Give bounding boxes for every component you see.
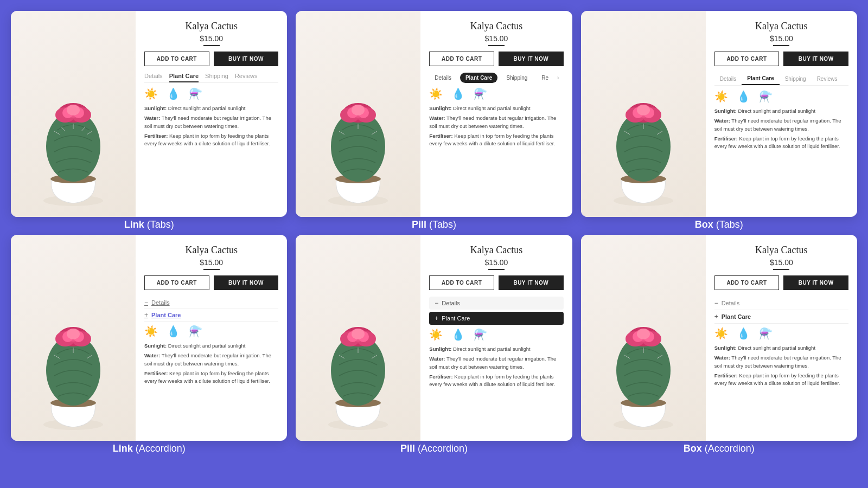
acc-plantcare-4[interactable]: + Plant Care — [144, 309, 278, 322]
tab-shipping-2[interactable]: Shipping — [501, 73, 533, 83]
add-to-cart-button-3[interactable]: ADD TO CART — [714, 52, 780, 66]
card-content-1: Kalya Cactus $15.00 ADD TO CART BUY IT N… — [136, 11, 287, 217]
tab-details-1[interactable]: Details — [144, 73, 163, 82]
icons-row-3: ☀️ 💧 ⚗️ — [714, 90, 848, 103]
icons-row-6: ☀️ 💧 ⚗️ — [714, 327, 848, 340]
tab-reviews-3[interactable]: Reviews — [812, 73, 843, 85]
button-row-2: ADD TO CART BUY IT NOW — [429, 52, 563, 66]
card-pill-tabs: Kalya Cactus $15.00 ADD TO CART BUY IT N… — [296, 11, 572, 217]
card-content-4: Kalya Cactus $15.00 ADD TO CART BUY IT N… — [136, 235, 287, 441]
product-price-6: $15.00 — [714, 258, 848, 267]
buy-now-button-5[interactable]: BUY IT NOW — [499, 275, 564, 290]
flask-icon-1: ⚗️ — [189, 87, 202, 100]
fertiliser-text-5: Fertiliser: Keep plant in top form by fe… — [429, 373, 563, 389]
water-text-5: Water: They'll need moderate but regular… — [429, 355, 563, 371]
acc-details-6[interactable]: − Details — [714, 297, 848, 310]
product-price-2: $15.00 — [429, 34, 563, 43]
label-pill-accordion: Pill (Accordion) — [296, 443, 572, 454]
buy-now-button-4[interactable]: BUY IT NOW — [214, 275, 279, 290]
product-image-5 — [296, 235, 420, 441]
acc-plus-icon-6: + — [714, 313, 718, 320]
sunlight-text-6: Sunlight: Direct sunlight and partial su… — [714, 344, 848, 352]
product-price-4: $15.00 — [144, 258, 278, 267]
buy-now-button-2[interactable]: BUY IT NOW — [499, 52, 564, 66]
tabs-more-2[interactable]: › — [557, 75, 559, 81]
buy-now-button-6[interactable]: BUY IT NOW — [783, 275, 848, 290]
card-link-accordion: Kalya Cactus $15.00 ADD TO CART BUY IT N… — [11, 235, 287, 441]
product-title-1: Kalya Cactus — [144, 21, 278, 32]
flask-icon-4: ⚗️ — [189, 325, 202, 338]
tab-plantcare-3[interactable]: Plant Care — [742, 73, 779, 85]
product-image-6 — [581, 235, 706, 441]
card-pill-accordion: Kalya Cactus $15.00 ADD TO CART BUY IT N… — [296, 235, 572, 441]
card-box-tabs: Kalya Cactus $15.00 ADD TO CART BUY IT N… — [581, 11, 857, 217]
product-image-3 — [581, 11, 706, 217]
tabs-pill-2: Details Plant Care Shipping Re › — [429, 73, 563, 83]
buy-now-button-1[interactable]: BUY IT NOW — [214, 52, 279, 66]
label-link-tabs: Link (Tabs) — [11, 219, 287, 230]
accordion-pill-5: − Details + Plant Care — [429, 297, 563, 325]
button-row-5: ADD TO CART BUY IT NOW — [429, 275, 563, 290]
add-to-cart-button-2[interactable]: ADD TO CART — [429, 52, 494, 66]
price-divider-4 — [203, 269, 220, 270]
sunlight-text-2: Sunlight: Direct sunlight and partial su… — [429, 105, 563, 112]
button-row-3: ADD TO CART BUY IT NOW — [714, 52, 848, 66]
acc-details-label-6: Details — [722, 300, 740, 306]
accordion-link-4: − Details + Plant Care — [144, 297, 278, 322]
acc-details-4[interactable]: − Details — [144, 297, 278, 309]
price-divider-6 — [773, 269, 789, 270]
sunlight-text-3: Sunlight: Direct sunlight and partial su… — [714, 107, 848, 115]
product-title-6: Kalya Cactus — [714, 245, 848, 256]
tab-shipping-3[interactable]: Shipping — [780, 73, 812, 85]
sun-icon-6: ☀️ — [714, 327, 728, 340]
card-content-5: Kalya Cactus $15.00 ADD TO CART BUY IT N… — [420, 235, 572, 441]
water-icon-5: 💧 — [451, 328, 465, 341]
add-to-cart-button-4[interactable]: ADD TO CART — [144, 275, 209, 290]
label-pill-tabs: Pill (Tabs) — [296, 219, 572, 230]
tab-reviews-1[interactable]: Reviews — [235, 73, 258, 82]
cactus-svg-1 — [24, 54, 122, 217]
tab-reviews-2[interactable]: Re — [536, 73, 554, 83]
product-image-1 — [11, 11, 136, 217]
sun-icon-3: ☀️ — [714, 90, 728, 103]
tab-details-2[interactable]: Details — [429, 73, 457, 83]
price-divider-5 — [488, 269, 505, 270]
cactus-svg-6 — [595, 278, 692, 441]
product-title-5: Kalya Cactus — [429, 245, 563, 256]
acc-details-5[interactable]: − Details — [429, 297, 563, 310]
card-link-tabs: Kalya Cactus $15.00 ADD TO CART BUY IT N… — [11, 11, 287, 217]
tab-shipping-1[interactable]: Shipping — [205, 73, 228, 82]
water-text-6: Water: They'll need moderate but regular… — [714, 354, 848, 370]
svg-point-40 — [637, 105, 650, 115]
acc-plantcare-label-4: Plant Care — [151, 312, 181, 318]
buy-now-button-3[interactable]: BUY IT NOW — [783, 52, 848, 66]
tab-details-3[interactable]: Details — [714, 73, 742, 85]
add-to-cart-button-5[interactable]: ADD TO CART — [429, 275, 494, 290]
tab-plantcare-2[interactable]: Plant Care — [460, 73, 497, 83]
top-label-row: Link (Tabs) Pill (Tabs) Box (Tabs) — [11, 217, 857, 235]
water-text-4: Water: They'll need moderate but regular… — [144, 352, 278, 368]
water-icon-4: 💧 — [167, 325, 180, 338]
sun-icon-1: ☀️ — [144, 87, 158, 100]
add-to-cart-button-1[interactable]: ADD TO CART — [144, 52, 209, 66]
acc-plantcare-label-5: Plant Care — [442, 315, 470, 322]
acc-details-label-4: Details — [151, 299, 170, 306]
acc-minus-icon-5: − — [435, 299, 438, 307]
icons-row-1: ☀️ 💧 ⚗️ — [144, 87, 278, 100]
card-content-6: Kalya Cactus $15.00 ADD TO CART BUY IT N… — [706, 235, 857, 441]
add-to-cart-button-6[interactable]: ADD TO CART — [714, 275, 780, 290]
acc-plantcare-6[interactable]: + Plant Care — [714, 310, 848, 324]
card-content-2: Kalya Cactus $15.00 ADD TO CART BUY IT N… — [420, 11, 572, 217]
button-row-4: ADD TO CART BUY IT NOW — [144, 275, 278, 290]
acc-plantcare-5[interactable]: + Plant Care — [429, 312, 563, 325]
water-icon-6: 💧 — [737, 327, 750, 340]
tab-plantcare-1[interactable]: Plant Care — [169, 73, 199, 82]
accordion-box-6: − Details + Plant Care — [714, 297, 848, 324]
card-content-3: Kalya Cactus $15.00 ADD TO CART BUY IT N… — [706, 11, 857, 217]
label-box-tabs: Box (Tabs) — [581, 219, 857, 230]
svg-point-79 — [637, 329, 650, 339]
fertiliser-text-4: Fertiliser: Keep plant in top form by fe… — [144, 370, 278, 386]
water-icon-1: 💧 — [167, 87, 180, 100]
water-text-1: Water: They'll need moderate but regular… — [144, 114, 278, 130]
acc-details-label-5: Details — [442, 300, 460, 306]
